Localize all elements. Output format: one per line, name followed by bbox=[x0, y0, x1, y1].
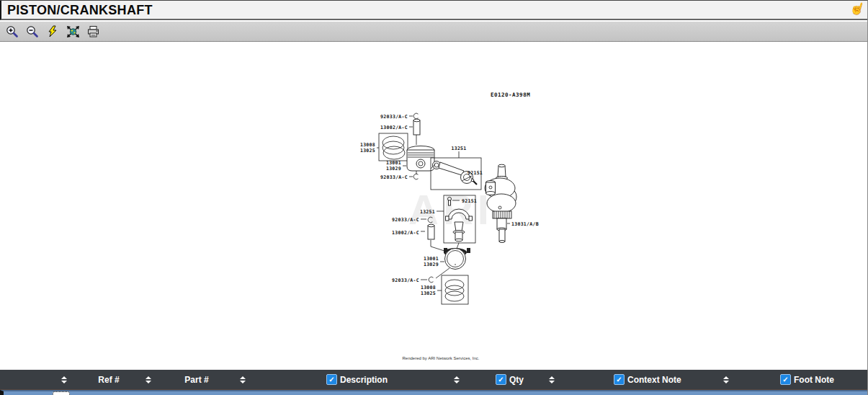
column-header-context-note-label[interactable]: Context Note bbox=[627, 375, 681, 385]
part-label[interactable]: 92151 bbox=[462, 198, 477, 204]
page-title: PISTON/CRANKSHAFT bbox=[7, 3, 153, 18]
piston-pin-part bbox=[413, 119, 420, 135]
sort-icon[interactable] bbox=[61, 376, 67, 383]
zoom-in-icon bbox=[6, 25, 19, 38]
fit-to-window-button[interactable] bbox=[65, 24, 81, 40]
context-note-checkbox[interactable] bbox=[614, 374, 625, 385]
column-header-part[interactable]: Part # bbox=[184, 375, 208, 385]
part-label[interactable]: 92033/A-C bbox=[392, 278, 419, 283]
print-icon bbox=[86, 25, 100, 38]
zoom-out-button[interactable] bbox=[24, 24, 40, 40]
piston-part bbox=[407, 146, 434, 172]
diagram-code: E0120-A398M bbox=[491, 92, 530, 98]
column-header-description-label[interactable]: Description bbox=[340, 375, 388, 385]
part-label[interactable]: 92033/A-C bbox=[392, 217, 419, 223]
parts-diagram: ARI E0120-A398M bbox=[0, 42, 868, 370]
column-header-qty: Qty bbox=[496, 374, 524, 385]
sort-icon[interactable] bbox=[549, 376, 555, 383]
foot-note-checkbox[interactable] bbox=[780, 374, 791, 385]
part-label[interactable]: 13251 bbox=[451, 146, 466, 151]
sort-icon[interactable] bbox=[240, 376, 246, 383]
part-label[interactable]: 13002/A-C bbox=[392, 230, 419, 236]
column-header-ref[interactable]: Ref # bbox=[98, 375, 119, 385]
circlip-part bbox=[429, 277, 433, 283]
part-label[interactable]: 92033/A-C bbox=[380, 114, 408, 120]
sort-icon[interactable] bbox=[454, 376, 460, 383]
part-label[interactable]: 92151 bbox=[467, 170, 483, 176]
sort-icon[interactable] bbox=[146, 376, 151, 383]
piston-pin-part bbox=[428, 224, 434, 239]
column-header-context-note: Context Note bbox=[614, 374, 681, 385]
zoom-in-button[interactable] bbox=[4, 24, 20, 40]
zoom-out-icon bbox=[26, 25, 39, 38]
column-header-qty-label[interactable]: Qty bbox=[509, 375, 524, 385]
hotspot-toggle-button[interactable] bbox=[45, 24, 61, 40]
qty-checkbox[interactable] bbox=[496, 374, 506, 385]
title-bar: PISTON/CRANKSHAFT bbox=[0, 1, 868, 20]
part-label[interactable]: 13031/A/B bbox=[511, 221, 539, 227]
table-header: Ref # Part # Description Qty Context Not… bbox=[0, 370, 868, 390]
focus-marquee bbox=[53, 391, 70, 395]
part-label[interactable]: 13008 bbox=[360, 142, 375, 148]
description-checkbox[interactable] bbox=[326, 374, 337, 385]
render-credit: Rendered by ARI Network Services, Inc. bbox=[402, 356, 479, 360]
lightning-icon bbox=[47, 25, 58, 38]
table-selected-row[interactable] bbox=[0, 390, 868, 395]
piston-rings-part bbox=[442, 275, 468, 304]
part-label[interactable]: 92033/A-C bbox=[380, 174, 408, 180]
sort-icon[interactable] bbox=[723, 376, 729, 383]
part-label[interactable]: 13001 bbox=[424, 256, 439, 262]
part-label[interactable]: 13251 bbox=[420, 209, 435, 215]
parts-viewer-window: PISTON/CRANKSHAFT bbox=[0, 0, 868, 395]
part-label[interactable]: 13008 bbox=[421, 285, 436, 290]
part-label[interactable]: 13001 bbox=[386, 160, 401, 166]
part-label[interactable]: 13029 bbox=[424, 262, 439, 267]
column-header-foot-note: Foot Note bbox=[780, 374, 834, 385]
part-label[interactable]: 13029 bbox=[386, 166, 401, 172]
hand-cursor-icon bbox=[848, 0, 867, 18]
column-header-foot-note-label[interactable]: Foot Note bbox=[794, 375, 834, 385]
circlip-part bbox=[413, 113, 418, 119]
part-label[interactable]: 13002/A-C bbox=[380, 125, 408, 130]
piston-rings-part bbox=[379, 133, 408, 161]
column-header-description: Description bbox=[326, 374, 388, 385]
circlip-part bbox=[413, 174, 418, 179]
part-label[interactable]: 13025 bbox=[360, 148, 375, 154]
print-button[interactable] bbox=[85, 24, 101, 40]
part-label[interactable]: 13025 bbox=[421, 290, 436, 296]
piston-top-view-part bbox=[444, 248, 470, 270]
toolbar bbox=[0, 22, 868, 42]
diagram-canvas[interactable]: ARI E0120-A398M bbox=[0, 42, 868, 370]
fit-to-window-icon bbox=[66, 25, 80, 38]
